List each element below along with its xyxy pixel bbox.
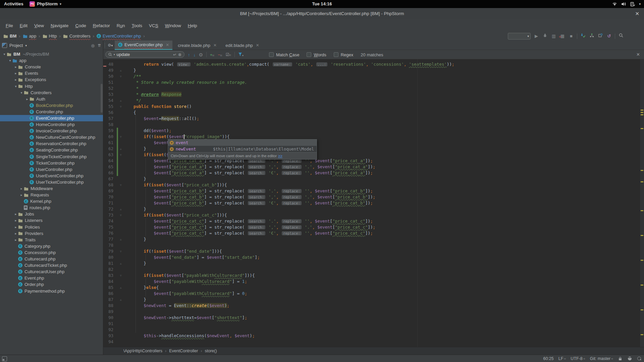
code-line[interactable]: 81▵ } [103,260,640,266]
tree-expand-icon[interactable]: ▾ [2,52,7,56]
code-line[interactable]: 90 $newEvent->shorttext=$event["shorttex… [103,315,640,321]
select-all-occurrences-icon[interactable]: ☑II [226,52,231,57]
breadcrumb-item-Http[interactable]: Http [42,34,58,39]
menu-item-run[interactable]: Run [114,22,128,29]
window-close-button[interactable]: ✕ [635,8,639,19]
tab-edit.blade.php[interactable]: edit.blade.php✕ [220,41,263,50]
code-line[interactable]: 58 [103,122,640,128]
tree-expand-icon[interactable]: ▾ [8,59,12,62]
tree-item-Events[interactable]: ▸Events [0,70,103,76]
code-line[interactable]: 76 $event["price_cat_c"] = str_replace( … [103,230,640,236]
tree-item-UserTicketController.php[interactable]: CUserTicketController.php [0,179,103,185]
code-line[interactable]: 72▵ } [103,206,640,212]
menu-item-refactor[interactable]: Refactor [90,22,113,29]
tree-item-CulturecardTicket.php[interactable]: CCulturecardTicket.php [0,262,103,268]
tab-EventController.php[interactable]: CEventController.php✕ [115,41,172,50]
tree-item-app[interactable]: ▾app [0,57,103,64]
tree-item-Kernel.php[interactable]: CKernel.php [0,198,103,204]
debug-bug-icon[interactable] [542,32,548,41]
tree-item-Order.php[interactable]: COrder.php [0,281,103,288]
status-search-icon[interactable] [637,357,641,360]
code-line[interactable]: 50▿ /** [103,73,640,79]
previous-match-button[interactable]: ↑ [188,52,190,57]
fold-icon[interactable]: ▵ [118,260,123,266]
tree-item-Providers[interactable]: ▸Providers [0,230,103,237]
inspection-mark[interactable] [641,235,643,236]
tab-create.blade.php[interactable]: create.blade.php✕ [172,41,220,50]
code-line[interactable]: 85▵ }else{ [103,285,640,291]
status-item-lf[interactable]: LF÷ [558,356,566,361]
tree-item-ReservationController.php[interactable]: CReservationController.php [0,140,103,147]
code-line[interactable]: 59 dd($event); [103,128,640,134]
fold-icon[interactable]: ▿ [118,152,123,158]
tree-expand-icon[interactable]: ▸ [13,78,18,81]
code-line[interactable]: 48 return view( view: 'admin.events.crea… [103,61,640,67]
run-button[interactable]: ▶ [533,32,539,41]
match-case-checkbox[interactable]: Match Case [269,52,299,57]
code-line[interactable]: 77▵ } [103,236,640,242]
breadcrumb-item-Controllers[interactable]: Controllers [62,34,91,39]
fold-icon[interactable]: ▿ [118,182,123,188]
code-editor[interactable]: 48 return view( view: 'admin.events.crea… [103,59,640,347]
tree-item-Paymentmethod.php[interactable]: CPaymentmethod.php [0,288,103,294]
tree-item-UserController.php[interactable]: CUserController.php [0,166,103,173]
menu-item-view[interactable]: View [31,22,47,29]
inspection-mark[interactable] [641,334,643,335]
code-line[interactable]: 69 $event["price_cat_b"] = str_replace( … [103,188,640,194]
code-line[interactable]: 89 [103,309,640,315]
code-line[interactable]: 57 $event=Request::all(); [103,116,640,122]
code-line[interactable]: 75 $event["price_cat_c"] = str_replace( … [103,224,640,230]
tree-item-SeatingController.php[interactable]: CSeatingController.php [0,147,103,153]
code-line[interactable]: 78 [103,242,640,248]
tree-item-Traits[interactable]: ▸Traits [0,237,103,243]
inspection-mark[interactable] [641,309,643,310]
breadcrumb-item-BM[interactable]: BM [3,34,17,39]
fold-icon[interactable]: ▿ [118,134,123,140]
tree-item-NewCultureCardController.php[interactable]: CNewCultureCardController.php [0,134,103,140]
code-line[interactable]: 86 $event["payableWithCulturecard"] = 0; [103,291,640,297]
tree-item-InvoiceController.php[interactable]: CInvoiceController.php [0,128,103,134]
code-line[interactable]: 53 * @return Response [103,92,640,98]
tree-item-Concession.php[interactable]: CConcession.php [0,249,103,256]
inspection-mark[interactable] [641,128,643,129]
coverage-icon[interactable]: ▥ [551,32,557,41]
completion-item-event[interactable]: vevent [168,139,317,146]
hint-link[interactable]: >> [278,154,282,158]
code-line[interactable]: 84 $event["payableWithCulturecard"] = 1; [103,279,640,285]
tree-item-Controllers[interactable]: ▾Controllers [0,89,103,96]
code-line[interactable]: 94 [103,339,640,345]
newline-icon[interactable]: ↵ [173,52,176,57]
fold-icon[interactable]: ▿ [118,73,123,79]
menu-item-file[interactable]: File [3,22,16,29]
code-line[interactable]: 93 $this->handleConcessions($newEvent, $… [103,333,640,339]
code-line[interactable]: 80 $event["end_date"] = $event["start_da… [103,254,640,260]
tree-expand-icon[interactable]: ▸ [13,225,18,229]
tree-item-Controller.php[interactable]: CController.php [0,109,103,115]
code-line[interactable]: 79▿ if(!isset($event["end_date"])){ [103,248,640,254]
settings-gear-icon[interactable]: ⚙▾ [108,43,113,48]
menu-item-code[interactable]: Code [72,22,89,29]
tree-expand-icon[interactable]: ▸ [19,187,24,190]
breadcrumb-item-\App\Http\Controllers[interactable]: \App\Http\Controllers [123,349,162,353]
breadcrumb-item-EventController[interactable]: EventController [169,349,198,353]
tree-item-Exceptions[interactable]: ▸Exceptions [0,76,103,83]
rollback-icon[interactable]: ↺ [606,32,612,41]
tree-expand-icon[interactable]: ▸ [13,212,18,216]
code-line[interactable]: 65 $event["price_cat_a"] = str_replace( … [103,164,640,170]
code-line[interactable]: 54▵ */ [103,98,640,104]
fold-icon[interactable]: ▵ [118,297,123,303]
code-line[interactable]: 51 * Store a newly created resource in s… [103,79,640,85]
tree-item-Event.php[interactable]: CEvent.php [0,275,103,281]
tree-expand-icon[interactable]: ▾ [13,84,18,88]
status-item-git-master[interactable]: Git: master÷ [590,356,613,361]
fold-icon[interactable]: ▵ [118,67,123,73]
inspection-mark[interactable] [641,260,643,261]
locate-file-icon[interactable]: ◎ [91,43,94,48]
tree-item-Requests[interactable]: ▸Requests [0,192,103,198]
code-line[interactable]: 91 [103,321,640,327]
completion-item-newEvent[interactable]: vnewEvent$this|Illuminate\Database\Eloqu… [168,146,317,152]
tree-item-routes.php[interactable]: routes.php [0,204,103,211]
menu-item-tools[interactable]: Tools [128,22,145,29]
code-line[interactable]: 68▿ if(isset($event["price_cat_b"])){ [103,182,640,188]
code-line[interactable]: 67 } [103,176,640,182]
